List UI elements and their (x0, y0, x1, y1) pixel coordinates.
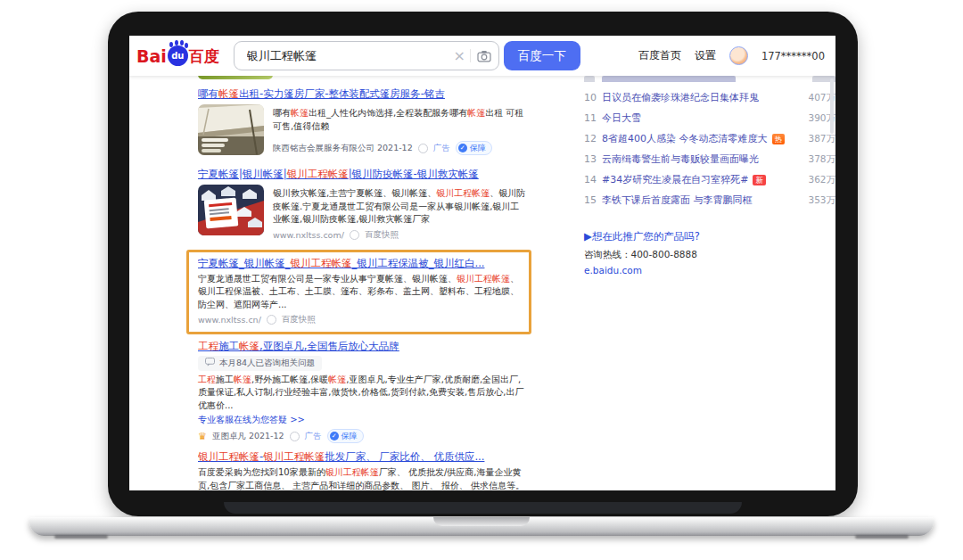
header-right: 百度首页 设置 177******00 (638, 46, 825, 65)
text-part: ,亚图卓凡,全国售后放心大品牌 (259, 340, 399, 352)
hot-list-item[interactable]: 10日议员在偷袭珍珠港纪念日集体拜鬼407万 (584, 87, 835, 108)
text-part: 宁夏帐篷_银川帐篷_ (198, 257, 291, 269)
source-circle-icon (350, 230, 359, 240)
highlighted-term: 帐篷 (239, 340, 259, 352)
result-title-link[interactable]: 宁夏帐篷_银川帐篷_银川工程帐篷_银川工程保温被_银川红白... (198, 257, 520, 270)
laptop-foot-shadow (54, 535, 108, 539)
text-part: 宁夏帐篷|银川帐篷| (198, 168, 287, 180)
result-meta-row: 陕西铭吉会展服务有限公司 2021-12广告✓保障 (273, 138, 526, 155)
nav-baidu-home[interactable]: 百度首页 (638, 48, 681, 63)
text-part: |银川防疫帐篷-银川救灾帐篷 (349, 168, 479, 180)
search-result: 宁夏帐篷_银川帐篷_银川工程帐篷_银川工程保温被_银川红白...宁夏龙通晟世工贸… (186, 250, 531, 335)
hot-item-count: 362万 (801, 174, 835, 186)
laptop-mockup: Bai du 百度 × 百度一下 百度首页 设置 177 (0, 0, 963, 560)
highlighted-term: 帐篷 (291, 108, 309, 118)
nav-settings[interactable]: 设置 (695, 48, 716, 63)
hot-list-item[interactable]: 11今日大雪390万 (584, 108, 835, 128)
text-part: 施工 (218, 340, 239, 352)
highlighted-term: 银川工程帐篷 (291, 257, 352, 269)
user-avatar[interactable] (729, 46, 748, 65)
result-thumbnail[interactable] (198, 104, 264, 155)
text-part: _银川工程保温被_银川红白... (352, 257, 485, 269)
hot-item-count: 353万 (801, 194, 835, 207)
highlighted-term: 银川工程帐篷 (436, 188, 490, 198)
hot-item-count: 387万 (801, 133, 835, 145)
search-results-page: 哪有帐篷出租-实力篷房厂家-整体装配式篷房服务-铭吉哪有帐篷出租_人性化内饰选择… (129, 76, 835, 490)
text-part: 百度爱采购为您找到10家最新的 (198, 467, 325, 477)
source-circle-icon (290, 432, 300, 441)
highlighted-term: 银川工程帐篷 (325, 467, 379, 477)
badge-label: 保障 (470, 143, 486, 154)
highlighted-term: 工程 (198, 340, 218, 352)
highlighted-term: 银川工程帐篷 (287, 168, 349, 180)
result-description: 宁夏龙通晟世工贸有限公司是一家专业从事宁夏帐篷、银川帐篷、银川工程帐篷、银川工程… (198, 273, 520, 312)
result-description: 哪有帐篷出租_人性化内饰选择,全程装配服务哪有帐篷出租 可租可售,值得信赖 (273, 107, 526, 133)
search-result: 宁夏帐篷|银川帐篷|银川工程帐篷|银川防疫帐篷-银川救灾帐篷银川救灾帐篷,主营宁… (198, 168, 526, 241)
result-description: 工程施工帐篷,野外施工帐篷,保暖帐篷,亚图卓凡,专业生产厂家,优质耐磨,全国出厂… (198, 374, 526, 413)
text-part: ,野外施工帐篷,保暖 (251, 375, 328, 384)
result-title-link[interactable]: 工程施工帐篷,亚图卓凡,全国售后放心大品牌 (198, 340, 526, 353)
hot-item-title: 日议员在偷袭珍珠港纪念日集体拜鬼 (602, 91, 759, 104)
consult-pill: 本月84人已咨询相关问题 (198, 356, 322, 371)
result-title-link[interactable]: 宁夏帐篷|银川帐篷|银川工程帐篷|银川防疫帐篷-银川救灾帐篷 (198, 168, 526, 181)
hot-item-rank: 10 (584, 92, 602, 103)
highlighted-term: 工程 (198, 375, 216, 384)
search-input[interactable] (245, 48, 449, 63)
search-result: 工程施工帐篷,亚图卓凡,全国售后放心大品牌本月84人已咨询相关问题工程施工帐篷,… (198, 340, 526, 443)
highlighted-term: 帐篷 (467, 108, 485, 118)
highlighted-term: 银川工程帐篷 (457, 274, 510, 284)
result-description: 银川救灾帐篷,主营宁夏帐篷、银川帐篷、银川工程帐篷、银川防疫帐篷.宁夏龙通晟世工… (273, 187, 526, 226)
laptop-hinge (224, 502, 742, 514)
hot-list-item[interactable]: 128省超400人感染 今冬动态清零难度大热387万 (584, 128, 835, 149)
browser-screen: Bai du 百度 × 百度一下 百度首页 设置 177 (129, 36, 835, 490)
text-part: 银川救灾帐篷,主营宁夏帐篷、银川帐篷、 (273, 188, 436, 198)
text-part: 出租_人性化内饰选择,全程装配服务哪有 (309, 108, 467, 118)
highlighted-term: 银川工程帐篷 (198, 450, 259, 463)
highlighted-term: 帐篷 (218, 87, 239, 100)
result-meta-row: ♛亚图卓凡 2021-12广告✓保障 (198, 429, 526, 443)
result-media: 银川救灾帐篷,主营宁夏帐篷、银川帐篷、银川工程帐篷、银川防疫帐篷.宁夏龙通晟世工… (198, 185, 526, 241)
chat-bubble-icon (205, 358, 215, 368)
search-result: 哪有帐篷出租-实力篷房厂家-整体装配式篷房服务-铭吉哪有帐篷出租_人性化内饰选择… (198, 87, 526, 155)
highlighted-term: 银川工程帐篷 (263, 450, 325, 463)
source-circle-icon (267, 315, 276, 325)
divider (470, 49, 471, 62)
ad-promo-block: ▶想在此推广您的产品吗? 咨询热线：400-800-8888 e.baidu.c… (584, 230, 835, 276)
source-circle-icon (418, 144, 428, 153)
account-phone[interactable]: 177******00 (761, 50, 825, 62)
highlighted-term: 帐篷 (328, 375, 346, 384)
text-part: 出租-实力篷房厂家-整体装配式篷房服务-铭吉 (239, 87, 445, 100)
hot-list: 10日议员在偷袭珍珠港纪念日集体拜鬼407万11今日大雪390万128省超400… (584, 87, 835, 210)
logo-text-cn: 百度 (189, 47, 219, 66)
snapshot-link[interactable]: 百度快照 (282, 314, 316, 325)
hot-list-item[interactable]: 15李铁下课后首度露面 与李霄鹏同框353万 (584, 190, 835, 210)
result-title-link[interactable]: 哪有帐篷出租-实力篷房厂家-整体装配式篷房服务-铭吉 (198, 87, 526, 101)
promo-url-link[interactable]: e.baidu.com (584, 265, 835, 276)
laptop-foot-shadow (855, 535, 909, 539)
clear-icon[interactable]: × (453, 49, 465, 63)
hot-list-sidebar: 10日议员在偷袭珍珠港纪念日集体拜鬼407万11今日大雪390万128省超400… (584, 76, 835, 276)
hot-item-title: 8省超400人感染 今冬动态清零难度大 (602, 132, 768, 145)
result-title-link[interactable]: 银川工程帐篷-银川工程帐篷批发厂家、 厂家比价、 优质供应... (198, 450, 526, 464)
verified-badge: ✓保障 (456, 141, 492, 155)
result-text-column: 哪有帐篷出租_人性化内饰选择,全程装配服务哪有帐篷出租 可租可售,值得信赖陕西铭… (273, 104, 526, 155)
camera-icon[interactable] (477, 50, 491, 62)
search-box[interactable]: × (234, 41, 499, 70)
hot-item-clipped (584, 76, 835, 82)
result-url: www.nxltss.com/ (273, 230, 344, 240)
page-scrollbar[interactable] (830, 78, 834, 134)
search-button[interactable]: 百度一下 (504, 41, 580, 70)
snapshot-link[interactable]: 百度快照 (365, 229, 399, 241)
cta-link[interactable]: 专业客服在线为您答疑 >> (198, 414, 526, 426)
baidu-header: Bai du 百度 × 百度一下 百度首页 设置 177 (129, 36, 835, 76)
hot-list-item[interactable]: 14#34岁研究生凌晨在自习室猝死#新362万 (584, 169, 835, 190)
hot-list-item[interactable]: 13云南缉毒警生前与毒贩较量画面曝光378万 (584, 149, 835, 169)
result-thumbnail[interactable] (198, 185, 264, 235)
consult-text: 本月84人已咨询相关问题 (219, 358, 315, 369)
baidu-logo[interactable]: Bai du 百度 (136, 45, 219, 66)
logo-text-bai: Bai (136, 46, 167, 66)
hot-item-title: #34岁研究生凌晨在自习室猝死# (602, 173, 748, 186)
ad-label: 广告 (433, 143, 450, 154)
promo-link-title[interactable]: ▶想在此推广您的产品吗? (584, 230, 835, 243)
verified-badge: ✓保障 (327, 429, 364, 443)
